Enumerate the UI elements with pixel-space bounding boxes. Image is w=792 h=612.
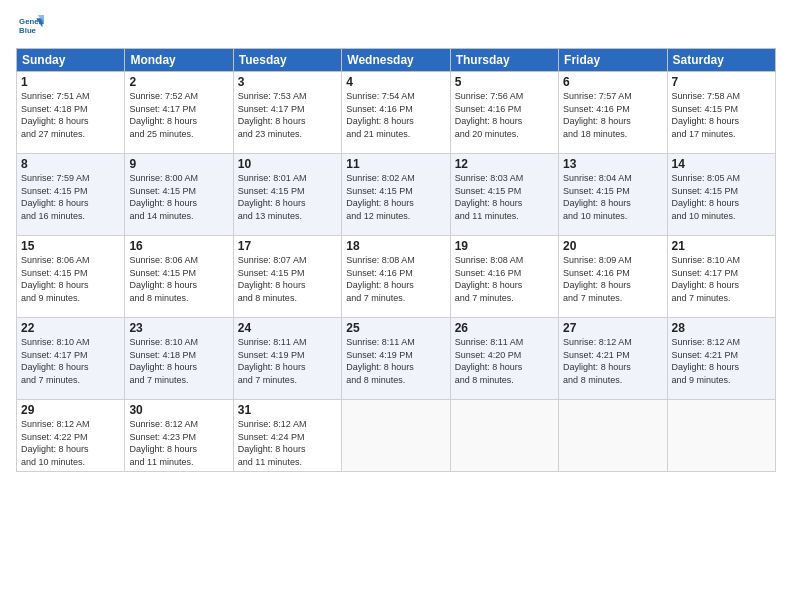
calendar-cell: 27Sunrise: 8:12 AMSunset: 4:21 PMDayligh… — [559, 318, 667, 400]
calendar-cell: 21Sunrise: 8:10 AMSunset: 4:17 PMDayligh… — [667, 236, 775, 318]
calendar-cell: 14Sunrise: 8:05 AMSunset: 4:15 PMDayligh… — [667, 154, 775, 236]
cell-info: Sunrise: 7:58 AMSunset: 4:15 PMDaylight:… — [672, 90, 771, 140]
calendar-cell: 4Sunrise: 7:54 AMSunset: 4:16 PMDaylight… — [342, 72, 450, 154]
cell-info: Sunrise: 7:52 AMSunset: 4:17 PMDaylight:… — [129, 90, 228, 140]
calendar-cell: 6Sunrise: 7:57 AMSunset: 4:16 PMDaylight… — [559, 72, 667, 154]
day-number: 29 — [21, 403, 120, 417]
day-number: 27 — [563, 321, 662, 335]
cell-info: Sunrise: 8:06 AMSunset: 4:15 PMDaylight:… — [21, 254, 120, 304]
day-number: 9 — [129, 157, 228, 171]
day-number: 8 — [21, 157, 120, 171]
cell-info: Sunrise: 8:01 AMSunset: 4:15 PMDaylight:… — [238, 172, 337, 222]
calendar-cell — [450, 400, 558, 472]
calendar-cell: 23Sunrise: 8:10 AMSunset: 4:18 PMDayligh… — [125, 318, 233, 400]
cell-info: Sunrise: 8:08 AMSunset: 4:16 PMDaylight:… — [346, 254, 445, 304]
calendar-cell: 25Sunrise: 8:11 AMSunset: 4:19 PMDayligh… — [342, 318, 450, 400]
calendar-cell: 9Sunrise: 8:00 AMSunset: 4:15 PMDaylight… — [125, 154, 233, 236]
calendar-cell: 5Sunrise: 7:56 AMSunset: 4:16 PMDaylight… — [450, 72, 558, 154]
day-number: 31 — [238, 403, 337, 417]
cell-info: Sunrise: 8:07 AMSunset: 4:15 PMDaylight:… — [238, 254, 337, 304]
cell-info: Sunrise: 8:10 AMSunset: 4:17 PMDaylight:… — [21, 336, 120, 386]
calendar-header-row: SundayMondayTuesdayWednesdayThursdayFrid… — [17, 49, 776, 72]
cell-info: Sunrise: 7:51 AMSunset: 4:18 PMDaylight:… — [21, 90, 120, 140]
cell-info: Sunrise: 8:11 AMSunset: 4:19 PMDaylight:… — [346, 336, 445, 386]
day-number: 3 — [238, 75, 337, 89]
day-number: 26 — [455, 321, 554, 335]
weekday-header: Thursday — [450, 49, 558, 72]
cell-info: Sunrise: 8:12 AMSunset: 4:23 PMDaylight:… — [129, 418, 228, 468]
weekday-header: Monday — [125, 49, 233, 72]
calendar-cell: 3Sunrise: 7:53 AMSunset: 4:17 PMDaylight… — [233, 72, 341, 154]
cell-info: Sunrise: 7:59 AMSunset: 4:15 PMDaylight:… — [21, 172, 120, 222]
header: General Blue — [16, 12, 776, 40]
day-number: 10 — [238, 157, 337, 171]
cell-info: Sunrise: 8:04 AMSunset: 4:15 PMDaylight:… — [563, 172, 662, 222]
logo-icon: General Blue — [16, 12, 44, 40]
cell-info: Sunrise: 8:02 AMSunset: 4:15 PMDaylight:… — [346, 172, 445, 222]
cell-info: Sunrise: 8:12 AMSunset: 4:22 PMDaylight:… — [21, 418, 120, 468]
page: General Blue SundayMondayTuesdayWednesda… — [0, 0, 792, 612]
cell-info: Sunrise: 8:10 AMSunset: 4:18 PMDaylight:… — [129, 336, 228, 386]
calendar-cell: 19Sunrise: 8:08 AMSunset: 4:16 PMDayligh… — [450, 236, 558, 318]
day-number: 19 — [455, 239, 554, 253]
calendar-cell: 12Sunrise: 8:03 AMSunset: 4:15 PMDayligh… — [450, 154, 558, 236]
day-number: 24 — [238, 321, 337, 335]
cell-info: Sunrise: 8:00 AMSunset: 4:15 PMDaylight:… — [129, 172, 228, 222]
calendar-cell: 15Sunrise: 8:06 AMSunset: 4:15 PMDayligh… — [17, 236, 125, 318]
day-number: 23 — [129, 321, 228, 335]
calendar-week-row: 1Sunrise: 7:51 AMSunset: 4:18 PMDaylight… — [17, 72, 776, 154]
day-number: 28 — [672, 321, 771, 335]
cell-info: Sunrise: 8:11 AMSunset: 4:20 PMDaylight:… — [455, 336, 554, 386]
cell-info: Sunrise: 8:12 AMSunset: 4:21 PMDaylight:… — [563, 336, 662, 386]
day-number: 13 — [563, 157, 662, 171]
cell-info: Sunrise: 8:09 AMSunset: 4:16 PMDaylight:… — [563, 254, 662, 304]
calendar-cell: 11Sunrise: 8:02 AMSunset: 4:15 PMDayligh… — [342, 154, 450, 236]
calendar-week-row: 29Sunrise: 8:12 AMSunset: 4:22 PMDayligh… — [17, 400, 776, 472]
calendar-week-row: 8Sunrise: 7:59 AMSunset: 4:15 PMDaylight… — [17, 154, 776, 236]
calendar-cell: 17Sunrise: 8:07 AMSunset: 4:15 PMDayligh… — [233, 236, 341, 318]
day-number: 12 — [455, 157, 554, 171]
calendar-week-row: 22Sunrise: 8:10 AMSunset: 4:17 PMDayligh… — [17, 318, 776, 400]
day-number: 21 — [672, 239, 771, 253]
day-number: 20 — [563, 239, 662, 253]
calendar-cell: 28Sunrise: 8:12 AMSunset: 4:21 PMDayligh… — [667, 318, 775, 400]
cell-info: Sunrise: 8:06 AMSunset: 4:15 PMDaylight:… — [129, 254, 228, 304]
cell-info: Sunrise: 8:12 AMSunset: 4:21 PMDaylight:… — [672, 336, 771, 386]
cell-info: Sunrise: 8:11 AMSunset: 4:19 PMDaylight:… — [238, 336, 337, 386]
calendar-cell: 16Sunrise: 8:06 AMSunset: 4:15 PMDayligh… — [125, 236, 233, 318]
calendar-cell: 13Sunrise: 8:04 AMSunset: 4:15 PMDayligh… — [559, 154, 667, 236]
cell-info: Sunrise: 8:10 AMSunset: 4:17 PMDaylight:… — [672, 254, 771, 304]
calendar-cell: 30Sunrise: 8:12 AMSunset: 4:23 PMDayligh… — [125, 400, 233, 472]
weekday-header: Sunday — [17, 49, 125, 72]
cell-info: Sunrise: 7:54 AMSunset: 4:16 PMDaylight:… — [346, 90, 445, 140]
cell-info: Sunrise: 8:08 AMSunset: 4:16 PMDaylight:… — [455, 254, 554, 304]
calendar-cell: 29Sunrise: 8:12 AMSunset: 4:22 PMDayligh… — [17, 400, 125, 472]
day-number: 6 — [563, 75, 662, 89]
calendar-cell: 10Sunrise: 8:01 AMSunset: 4:15 PMDayligh… — [233, 154, 341, 236]
calendar-cell — [667, 400, 775, 472]
weekday-header: Tuesday — [233, 49, 341, 72]
day-number: 30 — [129, 403, 228, 417]
day-number: 11 — [346, 157, 445, 171]
weekday-header: Friday — [559, 49, 667, 72]
day-number: 17 — [238, 239, 337, 253]
weekday-header: Wednesday — [342, 49, 450, 72]
cell-info: Sunrise: 7:57 AMSunset: 4:16 PMDaylight:… — [563, 90, 662, 140]
day-number: 16 — [129, 239, 228, 253]
day-number: 5 — [455, 75, 554, 89]
calendar-cell: 18Sunrise: 8:08 AMSunset: 4:16 PMDayligh… — [342, 236, 450, 318]
calendar-cell: 24Sunrise: 8:11 AMSunset: 4:19 PMDayligh… — [233, 318, 341, 400]
cell-info: Sunrise: 7:53 AMSunset: 4:17 PMDaylight:… — [238, 90, 337, 140]
svg-text:Blue: Blue — [19, 26, 37, 35]
day-number: 25 — [346, 321, 445, 335]
calendar-cell: 31Sunrise: 8:12 AMSunset: 4:24 PMDayligh… — [233, 400, 341, 472]
calendar-cell: 8Sunrise: 7:59 AMSunset: 4:15 PMDaylight… — [17, 154, 125, 236]
day-number: 14 — [672, 157, 771, 171]
calendar-cell: 1Sunrise: 7:51 AMSunset: 4:18 PMDaylight… — [17, 72, 125, 154]
calendar-table: SundayMondayTuesdayWednesdayThursdayFrid… — [16, 48, 776, 472]
cell-info: Sunrise: 7:56 AMSunset: 4:16 PMDaylight:… — [455, 90, 554, 140]
calendar-cell: 2Sunrise: 7:52 AMSunset: 4:17 PMDaylight… — [125, 72, 233, 154]
cell-info: Sunrise: 8:12 AMSunset: 4:24 PMDaylight:… — [238, 418, 337, 468]
calendar-cell — [342, 400, 450, 472]
calendar-cell: 26Sunrise: 8:11 AMSunset: 4:20 PMDayligh… — [450, 318, 558, 400]
